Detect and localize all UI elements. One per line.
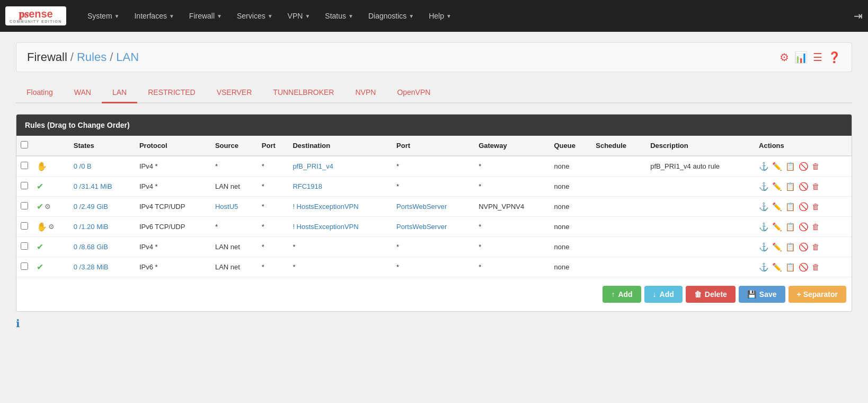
edit-icon[interactable]: ✏️: [772, 182, 782, 191]
add-top-label: Add: [618, 290, 632, 299]
copy-icon[interactable]: 📋: [785, 162, 795, 171]
col-status: [32, 136, 69, 156]
edit-icon[interactable]: ✏️: [772, 162, 782, 171]
block-icon[interactable]: 🚫: [799, 182, 809, 191]
row-checkbox[interactable]: [21, 162, 28, 169]
row-src-port: *: [258, 177, 289, 197]
tab-vserver[interactable]: VSERVER: [206, 83, 263, 103]
states-link[interactable]: 0 /0 B: [74, 162, 92, 170]
add-bottom-button[interactable]: ↓ Add: [644, 286, 683, 303]
nav-diagnostics[interactable]: Diagnostics ▼: [362, 7, 420, 24]
dest-port-link[interactable]: PortsWebServer: [396, 203, 447, 211]
select-all-checkbox[interactable]: [21, 141, 28, 148]
edit-icon[interactable]: ✏️: [772, 202, 782, 212]
row-checkbox[interactable]: [21, 202, 28, 209]
enabled-icon: ✔: [37, 242, 43, 251]
block-icon[interactable]: 🚫: [799, 262, 809, 272]
delete-icon[interactable]: 🗑: [812, 242, 820, 251]
delete-icon[interactable]: 🗑: [812, 162, 820, 171]
list-icon[interactable]: ☰: [813, 51, 822, 64]
row-checkbox[interactable]: [21, 222, 28, 230]
filter-icon[interactable]: ⚙: [780, 51, 789, 64]
copy-icon[interactable]: 📋: [785, 242, 795, 252]
breadcrumb-actions: ⚙ 📊 ☰ ❓: [780, 51, 841, 64]
row-checkbox[interactable]: [21, 262, 28, 270]
breadcrumb-lan[interactable]: LAN: [116, 50, 139, 64]
anchor-icon[interactable]: ⚓: [759, 182, 769, 191]
edit-icon[interactable]: ✏️: [772, 222, 782, 232]
nav-logout-icon[interactable]: ⇥: [854, 10, 863, 22]
dest-port-link[interactable]: PortsWebServer: [396, 223, 447, 231]
row-schedule: [591, 237, 646, 257]
breadcrumb-rules[interactable]: Rules: [77, 50, 107, 64]
nav-help[interactable]: Help ▼: [422, 7, 458, 24]
delete-icon[interactable]: 🗑: [812, 222, 820, 231]
separator-button[interactable]: + Separator: [789, 286, 846, 303]
col-actions: Actions: [755, 136, 852, 156]
row-destination: *: [288, 257, 392, 277]
block-icon[interactable]: 🚫: [799, 162, 809, 171]
enabled-icon: ✔: [37, 202, 43, 212]
delete-icon[interactable]: 🗑: [812, 182, 820, 191]
anchor-icon[interactable]: ⚓: [759, 162, 769, 171]
row-dest-port: PortsWebServer: [392, 197, 474, 217]
block-icon[interactable]: 🚫: [799, 242, 809, 252]
states-link[interactable]: 0 /8.68 GiB: [74, 243, 108, 251]
tab-lan[interactable]: LAN: [102, 83, 137, 103]
copy-icon[interactable]: 📋: [785, 202, 795, 212]
anchor-icon[interactable]: ⚓: [759, 202, 769, 212]
delete-icon[interactable]: 🗑: [812, 262, 820, 271]
row-status-cell: ✋ ⚙: [32, 217, 69, 237]
tab-floating[interactable]: Floating: [16, 83, 64, 103]
states-link[interactable]: 0 /2.49 GiB: [74, 203, 108, 211]
states-link[interactable]: 0 /31.41 MiB: [74, 182, 112, 190]
anchor-icon[interactable]: ⚓: [759, 222, 769, 232]
copy-icon[interactable]: 📋: [785, 222, 795, 232]
dest-link[interactable]: ! HostsExceptionVPN: [293, 203, 358, 211]
edit-icon[interactable]: ✏️: [772, 262, 782, 272]
source-link[interactable]: HostU5: [215, 203, 238, 211]
nav-services[interactable]: Services ▼: [231, 7, 279, 24]
copy-icon[interactable]: 📋: [785, 182, 795, 191]
nav-firewall[interactable]: Firewall ▼: [183, 7, 228, 24]
block-icon[interactable]: 🚫: [799, 202, 809, 212]
states-link[interactable]: 0 /3.28 MiB: [74, 263, 109, 271]
nav-interfaces[interactable]: Interfaces ▼: [128, 7, 180, 24]
copy-icon[interactable]: 📋: [785, 262, 795, 272]
row-checkbox[interactable]: [21, 182, 28, 189]
breadcrumb: Firewall / Rules / LAN: [27, 50, 139, 64]
col-states: States: [69, 136, 135, 156]
dest-link[interactable]: pfB_PRI1_v4: [293, 162, 333, 170]
nav-system[interactable]: System ▼: [81, 7, 126, 24]
row-checkbox[interactable]: [21, 242, 28, 250]
row-dest-port: *: [392, 177, 474, 197]
disabled-icon: ✋: [37, 162, 47, 171]
tab-wan[interactable]: WAN: [64, 83, 102, 103]
nav-status[interactable]: Status ▼: [318, 7, 360, 24]
tab-tunnelbroker[interactable]: TUNNELBROKER: [262, 83, 344, 103]
save-button[interactable]: 💾 Save: [739, 286, 785, 303]
row-src-port: *: [258, 257, 289, 277]
info-icon[interactable]: ℹ: [16, 317, 852, 330]
delete-button[interactable]: 🗑 Delete: [686, 286, 736, 303]
tab-nvpn[interactable]: NVPN: [344, 83, 386, 103]
caret-icon: ▼: [446, 13, 451, 19]
row-states: 0 /0 B: [69, 156, 135, 177]
delete-icon[interactable]: 🗑: [812, 202, 820, 211]
tab-restricted[interactable]: RESTRICTED: [137, 83, 206, 103]
help-icon[interactable]: ❓: [828, 51, 841, 64]
anchor-icon[interactable]: ⚓: [759, 262, 769, 272]
nav-vpn[interactable]: VPN ▼: [281, 7, 317, 24]
row-destination: ! HostsExceptionVPN: [288, 217, 392, 237]
tab-openvpn[interactable]: OpenVPN: [386, 83, 441, 103]
row-gateway: NVPN_VPNV4: [474, 197, 550, 217]
states-link[interactable]: 0 /1.20 MiB: [74, 223, 109, 231]
edit-icon[interactable]: ✏️: [772, 242, 782, 252]
dest-link[interactable]: ! HostsExceptionVPN: [293, 223, 358, 231]
block-icon[interactable]: 🚫: [799, 222, 809, 232]
anchor-icon[interactable]: ⚓: [759, 242, 769, 252]
chart-icon[interactable]: 📊: [794, 51, 808, 64]
row-protocol: IPv4 *: [135, 177, 211, 197]
add-top-button[interactable]: ↑ Add: [603, 286, 641, 303]
dest-link[interactable]: RFC1918: [293, 182, 322, 190]
